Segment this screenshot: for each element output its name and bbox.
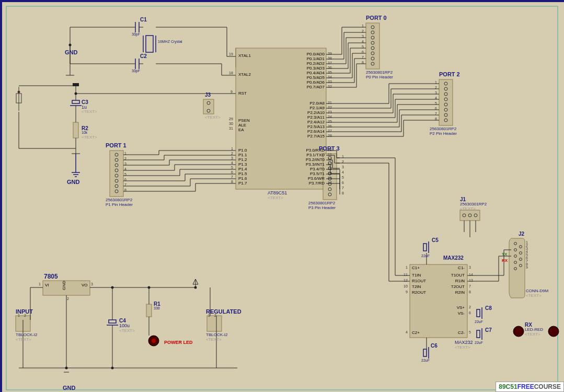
port0nums-pin6: 6 bbox=[362, 50, 364, 54]
c1-ref: C1 bbox=[140, 17, 147, 22]
mcu-pn-l3: 29 bbox=[229, 117, 233, 121]
mcu-pn-r10: 23 bbox=[328, 110, 332, 114]
svg-point-96 bbox=[111, 286, 114, 289]
mcu-pin-p07: P0.7/AD7 bbox=[307, 85, 325, 89]
mcu-pn-r18: 12 bbox=[328, 157, 332, 161]
mcu-pn-l0: 19 bbox=[229, 52, 233, 56]
max-r2in: R2IN bbox=[455, 290, 465, 295]
r2-txt: <TEXT> bbox=[82, 135, 97, 140]
port3-sub: P3 Pin Header bbox=[308, 205, 336, 210]
r2-val: 10k bbox=[82, 131, 87, 134]
mcu-pn-l4: 30 bbox=[229, 122, 233, 125]
port0nums-pin4: 4 bbox=[362, 40, 364, 43]
schematic-canvas[interactable]: XTAL1 XTAL2 RST PSEN ALE EA P1.0 P1.1 P1… bbox=[0, 0, 564, 392]
mcu-pin-p34: P3.4/T0 bbox=[310, 167, 325, 171]
mcu-pn-l11: 6 bbox=[231, 170, 233, 174]
j2-rx: RX bbox=[502, 258, 508, 263]
max-t1out: T1OUT bbox=[451, 273, 465, 278]
mcu-pn-l7: 2 bbox=[231, 152, 233, 155]
mcu-pin-xtal1: XTAL1 bbox=[238, 53, 251, 58]
mcu-pn-l2: 9 bbox=[231, 90, 233, 94]
port1nums-pin4: 4 bbox=[124, 167, 126, 171]
mcu-pn-r0: 39 bbox=[328, 52, 332, 55]
max-lp0: 1 bbox=[406, 266, 408, 269]
c3-txt: <TEXT> bbox=[82, 109, 97, 114]
svg-rect-79 bbox=[477, 330, 480, 338]
mcu-pn-l5: 31 bbox=[229, 126, 233, 130]
port1nums-pin6: 6 bbox=[124, 178, 126, 181]
c5-ref: C5 bbox=[432, 237, 439, 243]
logo-b: FREE bbox=[517, 383, 534, 390]
svg-point-95 bbox=[69, 44, 72, 47]
gnd1: GND bbox=[65, 49, 77, 55]
c6-val: 22uF bbox=[421, 359, 430, 362]
svg-rect-59 bbox=[146, 36, 153, 52]
port0-sub: P0 Pin Header bbox=[366, 75, 393, 79]
gnd3: GND bbox=[63, 385, 75, 391]
mcu-pin-p03: P0.3/AD3 bbox=[307, 66, 325, 71]
port2nums-pin4: 4 bbox=[435, 96, 437, 100]
svg-rect-81 bbox=[477, 309, 480, 317]
max-rp3: 7 bbox=[469, 284, 471, 288]
mcu-pn-r9: 22 bbox=[328, 106, 332, 109]
mcu-pin-xtal2: XTAL2 bbox=[238, 72, 251, 77]
mcu-pn-l6: 1 bbox=[231, 147, 233, 151]
svg-rect-66 bbox=[72, 100, 79, 103]
r1-val: 330 bbox=[154, 306, 160, 310]
max-rp7: 5 bbox=[469, 330, 471, 334]
mcu-pin-p24: P2.4/A12 bbox=[307, 120, 325, 124]
svg-point-94 bbox=[75, 93, 77, 95]
mcu-pin-p04: P0.4/AD4 bbox=[307, 71, 325, 75]
port3-title: PORT 3 bbox=[319, 145, 340, 152]
max-t2in: T2IN bbox=[412, 284, 421, 289]
max-vsm: VS- bbox=[458, 311, 465, 316]
reg-title: REGULATED bbox=[206, 308, 241, 315]
port0nums-pin2: 2 bbox=[362, 29, 364, 33]
in-p1: 1 bbox=[18, 314, 20, 317]
port0nums-pin5: 5 bbox=[362, 45, 364, 49]
port0-title: PORT 0 bbox=[366, 15, 387, 21]
rx-part: LED-RED bbox=[525, 327, 543, 332]
mcu-pin-psen: PSEN bbox=[238, 118, 250, 123]
port0nums-pin7: 7 bbox=[362, 55, 364, 59]
7805-vo: VO bbox=[82, 283, 88, 287]
max-rp6: 6 bbox=[469, 311, 471, 315]
c7-ref: C7 bbox=[485, 327, 492, 333]
j2-pin9: 9 bbox=[526, 266, 528, 269]
logo-c: COURSE bbox=[534, 383, 561, 390]
j2-tx: TX bbox=[502, 252, 507, 257]
mcu-pin-p02: P0.2/AD2 bbox=[307, 61, 325, 66]
mcu-ref: AT89C51 bbox=[268, 190, 287, 195]
7805-vi: VI bbox=[45, 283, 49, 287]
c1-val: 30pF bbox=[132, 32, 140, 36]
mcu-pn-r17: 11 bbox=[328, 153, 332, 156]
mcu-pin-p06: P0.6/AD6 bbox=[307, 80, 325, 85]
mcu-pn-r22: 16 bbox=[328, 176, 332, 180]
max-txt: <TEXT> bbox=[455, 345, 470, 350]
mcu-pin-p33: P3.3/INT1 bbox=[306, 162, 325, 167]
7805-p3: 3 bbox=[91, 282, 93, 286]
port2nums-pin2: 2 bbox=[435, 86, 437, 89]
svg-point-99 bbox=[65, 367, 68, 370]
mcu-pn-r7: 32 bbox=[328, 85, 332, 88]
mcu-pin-p15: P1.5 bbox=[238, 171, 247, 176]
input-txt: <TEXT> bbox=[16, 337, 31, 342]
svg-rect-72 bbox=[109, 320, 116, 323]
c4-val: 100u bbox=[119, 323, 130, 328]
port3nums-pin4: 4 bbox=[342, 170, 344, 174]
mcu-pin-p22: P2.2/A10 bbox=[307, 110, 325, 115]
max-lp2: 12 bbox=[404, 279, 408, 282]
mcu-pin-p12: P1.2 bbox=[238, 157, 247, 162]
c2-ref: C2 bbox=[140, 53, 147, 59]
j3-txt: <TEXT> bbox=[205, 115, 221, 120]
c2-val: 30pF bbox=[132, 69, 140, 73]
max-t2out: T2OUT bbox=[451, 284, 465, 289]
c6-ref: C6 bbox=[431, 343, 438, 349]
max-c2p: C2+ bbox=[412, 330, 420, 335]
mcu-pin-p32: P3.2/INT0 bbox=[306, 157, 325, 162]
mcu-pn-r19: 13 bbox=[328, 162, 332, 166]
mcu-pin-p20: P2.0/A8 bbox=[310, 101, 325, 106]
ref-7805: 7805 bbox=[44, 273, 58, 280]
7805-p2: 2 bbox=[67, 297, 69, 301]
j2-txt: <TEXT> bbox=[526, 293, 542, 298]
